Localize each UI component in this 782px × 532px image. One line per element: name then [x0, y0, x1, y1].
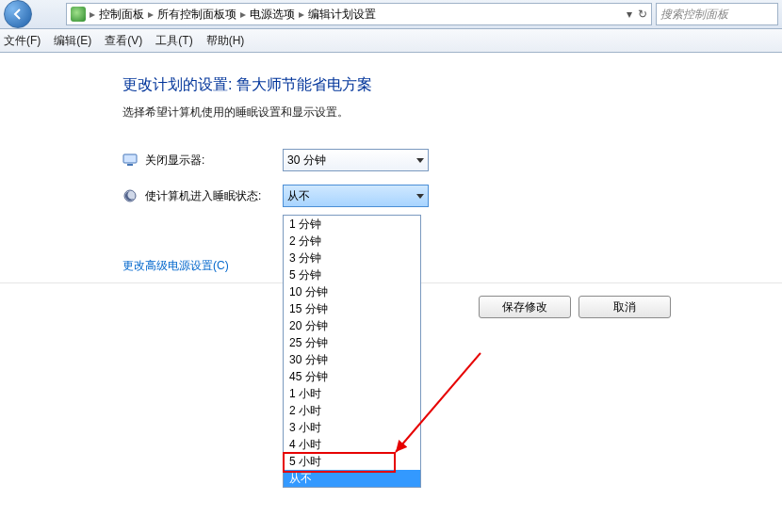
address-bar: ▸ 控制面板 ▸ 所有控制面板项 ▸ 电源选项 ▸ 编辑计划设置 ▾ ↻ 搜索控… [0, 0, 782, 29]
sleep-dropdown-list[interactable]: 1 分钟2 分钟3 分钟5 分钟10 分钟15 分钟20 分钟25 分钟30 分… [283, 215, 421, 488]
breadcrumb-box[interactable]: ▸ 控制面板 ▸ 所有控制面板项 ▸ 电源选项 ▸ 编辑计划设置 ▾ ↻ [66, 3, 652, 25]
dropdown-option[interactable]: 2 分钟 [284, 233, 420, 250]
menu-help[interactable]: 帮助(H) [206, 33, 245, 49]
chevron-right-icon: ▸ [240, 8, 246, 21]
nav-back-button[interactable] [4, 0, 32, 28]
sleep-label: 使计算机进入睡眠状态: [145, 188, 283, 204]
menu-bar: 文件(F) 编辑(E) 查看(V) 工具(T) 帮助(H) [0, 29, 782, 53]
setting-row-display: 关闭显示器: 30 分钟 [122, 149, 782, 171]
menu-edit[interactable]: 编辑(E) [54, 33, 91, 49]
page-description: 选择希望计算机使用的睡眠设置和显示设置。 [122, 105, 782, 121]
moon-icon [122, 188, 138, 203]
display-off-value: 30 分钟 [287, 153, 326, 169]
chevron-right-icon: ▸ [148, 8, 154, 21]
chevron-right-icon: ▸ [299, 8, 304, 21]
svg-rect-1 [127, 164, 133, 166]
dropdown-option[interactable]: 15 分钟 [284, 300, 420, 317]
search-input[interactable]: 搜索控制面板 [656, 3, 778, 25]
save-button[interactable]: 保存修改 [479, 296, 571, 318]
breadcrumb-item[interactable]: 电源选项 [250, 7, 295, 23]
dropdown-option[interactable]: 25 分钟 [284, 334, 420, 351]
dropdown-option[interactable]: 5 小时 [284, 453, 420, 470]
dropdown-option[interactable]: 45 分钟 [284, 368, 420, 385]
breadcrumb-item[interactable]: 控制面板 [99, 7, 144, 23]
dropdown-option[interactable]: 3 分钟 [284, 250, 420, 266]
dropdown-chevron-icon[interactable]: ▾ [627, 8, 632, 21]
breadcrumb-item[interactable]: 编辑计划设置 [308, 7, 376, 23]
breadcrumb-item[interactable]: 所有控制面板项 [157, 7, 236, 23]
monitor-icon [122, 153, 138, 168]
setting-row-sleep: 使计算机进入睡眠状态: 从不 [122, 185, 782, 207]
dropdown-option[interactable]: 2 小时 [284, 402, 420, 419]
control-panel-icon [71, 7, 86, 22]
search-placeholder: 搜索控制面板 [660, 7, 728, 23]
sleep-select[interactable]: 从不 [283, 185, 429, 207]
dropdown-option[interactable]: 5 分钟 [284, 266, 420, 283]
dropdown-option[interactable]: 4 小时 [284, 436, 420, 453]
refresh-icon[interactable]: ↻ [638, 8, 647, 21]
sleep-value: 从不 [287, 188, 310, 204]
chevron-down-icon [416, 194, 424, 199]
display-off-label: 关闭显示器: [145, 153, 283, 169]
page-title: 更改计划的设置: 鲁大师节能省电方案 [122, 75, 782, 95]
menu-view[interactable]: 查看(V) [105, 33, 142, 49]
advanced-power-link[interactable]: 更改高级电源设置(C) [122, 258, 229, 274]
svg-rect-0 [123, 154, 137, 163]
dropdown-option[interactable]: 20 分钟 [284, 317, 420, 334]
button-row: 保存修改 取消 [479, 296, 671, 318]
dropdown-option[interactable]: 1 小时 [284, 385, 420, 402]
dropdown-option[interactable]: 10 分钟 [284, 283, 420, 300]
window: ▸ 控制面板 ▸ 所有控制面板项 ▸ 电源选项 ▸ 编辑计划设置 ▾ ↻ 搜索控… [0, 0, 782, 532]
display-off-select[interactable]: 30 分钟 [283, 149, 429, 171]
chevron-right-icon: ▸ [90, 8, 95, 21]
dropdown-option[interactable]: 3 小时 [284, 419, 420, 436]
dropdown-option[interactable]: 30 分钟 [284, 351, 420, 368]
arrow-left-icon [11, 8, 24, 21]
menu-tools[interactable]: 工具(T) [155, 33, 192, 49]
dropdown-option[interactable]: 1 分钟 [284, 216, 420, 233]
chevron-down-icon [416, 158, 424, 163]
menu-file[interactable]: 文件(F) [4, 33, 41, 49]
dropdown-option[interactable]: 从不 [284, 470, 420, 487]
cancel-button[interactable]: 取消 [578, 296, 671, 318]
